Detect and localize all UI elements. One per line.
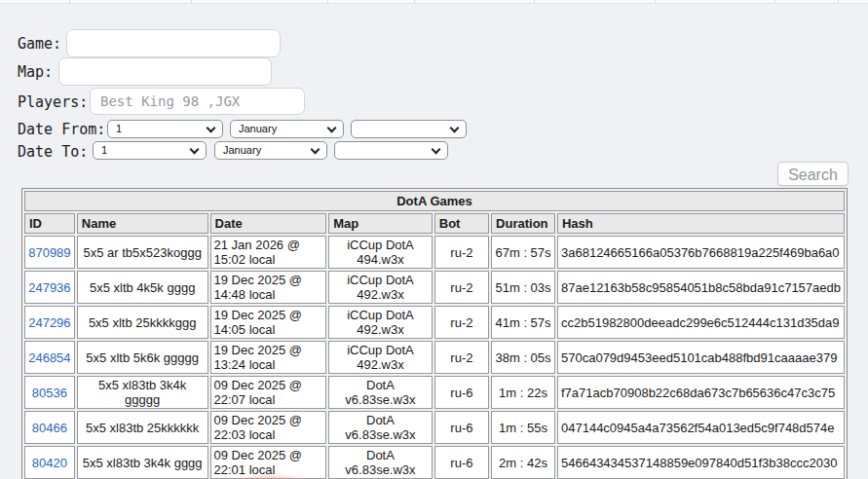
cell-date: 09 Dec 2025 @ 22:01 local bbox=[210, 446, 327, 479]
map-label: Map: bbox=[18, 63, 53, 81]
cell-hash: 546643434537148859e097840d51f3b38ccc2030 bbox=[557, 446, 845, 479]
date-to-month-select-wrap: January bbox=[214, 140, 327, 159]
table-row: 2479365x5 xltb 4k5k gggg19 Dec 2025 @ 14… bbox=[24, 271, 845, 304]
cell-id: 80536 bbox=[24, 376, 75, 409]
cell-date: 19 Dec 2025 @ 13:24 local bbox=[210, 341, 327, 374]
map-input[interactable] bbox=[58, 57, 272, 86]
cell-duration: 2m : 42s bbox=[491, 446, 555, 479]
table-row: 2472965x5 xltb 25kkkkggg19 Dec 2025 @ 14… bbox=[24, 306, 845, 339]
cell-map: iCCup DotA 494.w3x bbox=[328, 236, 433, 269]
table-title: DotA Games bbox=[24, 191, 845, 211]
cell-name: 5x5 xltb 25kkkkggg bbox=[77, 306, 208, 339]
cell-bot: ru-6 bbox=[434, 376, 489, 409]
game-label: Game: bbox=[18, 35, 61, 53]
cell-date: 09 Dec 2025 @ 22:03 local bbox=[210, 411, 327, 444]
players-label: Players: bbox=[18, 93, 88, 111]
top-edge-strip bbox=[0, 0, 868, 4]
game-id-link[interactable]: 80466 bbox=[32, 421, 67, 435]
game-id-link[interactable]: 80536 bbox=[32, 386, 67, 400]
cell-map: DotA v6.83se.w3x bbox=[328, 376, 433, 409]
cell-name: 5x5 xltb 4k5k gggg bbox=[77, 271, 208, 304]
cell-date: 19 Dec 2025 @ 14:05 local bbox=[210, 306, 327, 339]
date-from-month-select-wrap: January bbox=[230, 119, 344, 137]
date-from-year-select[interactable] bbox=[351, 120, 467, 138]
table-row: 8709895x5 ar tb5x523koggg21 Jan 2026 @ 1… bbox=[24, 236, 845, 269]
date-from-month-select[interactable]: January bbox=[230, 120, 344, 138]
cell-bot: ru-2 bbox=[434, 306, 489, 339]
date-to-year-select[interactable] bbox=[334, 141, 448, 160]
cell-id: 80466 bbox=[24, 411, 75, 444]
cell-bot: ru-6 bbox=[434, 411, 489, 444]
cell-id: 80420 bbox=[24, 446, 75, 479]
cell-map: iCCup DotA 492.w3x bbox=[328, 271, 433, 304]
cell-map: DotA v6.83se.w3x bbox=[328, 446, 433, 479]
cell-bot: ru-6 bbox=[434, 446, 489, 479]
cell-hash: f7a71acb70908b22c68da673c7b65636c47c3c75 bbox=[557, 376, 845, 409]
cell-name: 5x5 xl83tb 3k4k ggggg bbox=[77, 376, 208, 409]
cell-id: 247936 bbox=[24, 271, 75, 304]
column-header-map: Map bbox=[328, 213, 433, 234]
date-from-label: Date From: bbox=[18, 121, 105, 138]
cell-hash: 3a68124665166a05376b7668819a225f469ba6a0 bbox=[557, 236, 845, 269]
cell-duration: 1m : 55s bbox=[491, 411, 555, 444]
cell-name: 5x5 xltb 5k6k ggggg bbox=[77, 341, 208, 374]
column-header-date: Date bbox=[210, 213, 327, 234]
game-id-link[interactable]: 870989 bbox=[28, 245, 70, 260]
search-button[interactable]: Search bbox=[777, 162, 849, 186]
cell-hash: 570ca079d9453eed5101cab488fbd91caaaae379 bbox=[557, 341, 845, 374]
date-to-year-select-wrap bbox=[334, 140, 448, 159]
date-to-day-select-wrap: 1 bbox=[93, 140, 207, 159]
cell-date: 19 Dec 2025 @ 14:48 local bbox=[210, 271, 327, 304]
cell-id: 870989 bbox=[24, 236, 75, 269]
column-header-duration: Duration bbox=[491, 213, 555, 234]
table-row: 2468545x5 xltb 5k6k ggggg19 Dec 2025 @ 1… bbox=[24, 341, 845, 374]
games-table: DotA Games IDNameDateMapBotDurationHash … bbox=[21, 188, 848, 479]
game-id-link[interactable]: 80420 bbox=[32, 456, 67, 470]
column-header-id: ID bbox=[24, 213, 75, 234]
game-id-link[interactable]: 247936 bbox=[28, 280, 70, 295]
game-id-link[interactable]: 247296 bbox=[28, 315, 70, 330]
cell-name: 5x5 ar tb5x523koggg bbox=[77, 236, 208, 269]
date-from-day-select-wrap: 1 bbox=[107, 119, 223, 137]
date-to-label: Date To: bbox=[18, 143, 88, 161]
cell-duration: 38m : 05s bbox=[491, 341, 555, 374]
cell-duration: 67m : 57s bbox=[491, 236, 555, 269]
game-input[interactable] bbox=[66, 29, 281, 57]
cell-date: 09 Dec 2025 @ 22:07 local bbox=[210, 376, 327, 409]
cell-date: 21 Jan 2026 @ 15:02 local bbox=[210, 236, 327, 269]
game-id-link[interactable]: 246854 bbox=[28, 350, 70, 365]
cell-bot: ru-2 bbox=[434, 236, 489, 269]
cell-duration: 51m : 03s bbox=[491, 271, 555, 304]
cell-map: DotA v6.83se.w3x bbox=[328, 411, 433, 444]
date-to-month-select[interactable]: January bbox=[214, 141, 327, 160]
cell-hash: 047144c0945a4a73562f54a013ed5c9f748d574e bbox=[557, 411, 845, 444]
cell-bot: ru-2 bbox=[434, 271, 489, 304]
date-from-year-select-wrap bbox=[351, 119, 467, 137]
column-header-bot: Bot bbox=[434, 213, 489, 234]
cell-duration: 41m : 57s bbox=[491, 306, 555, 339]
table-row: 805365x5 xl83tb 3k4k ggggg09 Dec 2025 @ … bbox=[24, 376, 845, 409]
cell-bot: ru-2 bbox=[434, 341, 489, 374]
cell-duration: 1m : 22s bbox=[491, 376, 555, 409]
players-input[interactable] bbox=[90, 88, 305, 115]
cell-hash: cc2b51982800deeadc299e6c512444c131d35da9 bbox=[557, 306, 845, 339]
cell-id: 247296 bbox=[24, 306, 75, 339]
cell-map: iCCup DotA 492.w3x bbox=[328, 306, 433, 339]
cell-hash: 87ae12163b58c95854051b8c58bda91c7157aedb bbox=[557, 271, 845, 304]
date-from-day-select[interactable]: 1 bbox=[107, 120, 223, 138]
column-header-name: Name bbox=[77, 213, 208, 234]
table-row: 804665x5 xl83tb 25kkkkkk09 Dec 2025 @ 22… bbox=[24, 411, 845, 444]
date-to-day-select[interactable]: 1 bbox=[93, 141, 207, 160]
table-row: 804205x5 xl83tb 3k4k gggg09 Dec 2025 @ 2… bbox=[24, 446, 845, 479]
column-header-hash: Hash bbox=[557, 213, 845, 234]
table-header-row: IDNameDateMapBotDurationHash bbox=[24, 213, 845, 234]
cell-map: iCCup DotA 492.w3x bbox=[328, 341, 433, 374]
cell-name: 5x5 xl83tb 25kkkkkk bbox=[77, 411, 208, 444]
cell-id: 246854 bbox=[24, 341, 75, 374]
cell-name: 5x5 xl83tb 3k4k gggg bbox=[77, 446, 208, 479]
